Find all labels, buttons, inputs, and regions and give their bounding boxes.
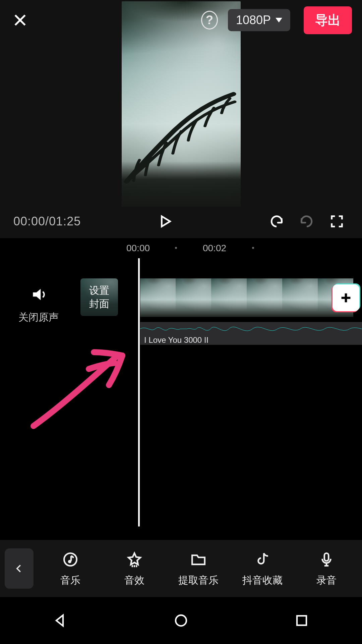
audio-track[interactable]: I Love You 3000 II <box>140 322 362 345</box>
set-cover-button[interactable]: 设置 封面 <box>80 278 118 316</box>
tool-extract-music[interactable]: 提取音乐 <box>173 550 224 587</box>
tool-douyin-favorites[interactable]: 抖音收藏 <box>237 550 288 587</box>
tool-music[interactable]: 音乐 <box>45 550 96 587</box>
mute-label: 关闭原声 <box>0 311 77 324</box>
svg-rect-2 <box>324 553 329 561</box>
mute-original-audio[interactable]: 关闭原声 <box>0 285 77 324</box>
video-thumbnail <box>211 278 247 317</box>
playhead[interactable] <box>138 258 140 527</box>
tool-label: 抖音收藏 <box>242 574 283 587</box>
triangle-back-icon <box>52 612 68 629</box>
video-thumbnail <box>140 278 176 317</box>
audio-waveform <box>140 322 362 335</box>
video-track[interactable] <box>140 278 362 317</box>
circle-home-icon <box>173 612 189 629</box>
redo-button <box>295 210 318 233</box>
resolution-label: 1080P <box>236 13 271 27</box>
play-icon <box>157 214 173 229</box>
toolbar-back-button[interactable] <box>5 548 34 589</box>
douyin-icon <box>253 550 272 569</box>
ruler-tick: 00:00 <box>126 243 150 254</box>
timeline[interactable]: 关闭原声 设置 封面 <box>0 258 362 540</box>
redo-icon <box>299 214 314 229</box>
svg-point-3 <box>176 615 186 626</box>
svg-point-1 <box>68 560 71 563</box>
mic-icon <box>317 550 336 569</box>
fullscreen-icon <box>329 214 345 229</box>
top-bar: ? 1080P 导出 <box>0 0 362 40</box>
help-icon: ? <box>201 11 218 30</box>
close-button[interactable] <box>10 10 30 30</box>
tool-label: 录音 <box>316 574 337 587</box>
undo-button[interactable] <box>265 210 288 233</box>
music-note-icon <box>61 550 80 569</box>
audio-clip-title: I Love You 3000 II <box>140 335 362 345</box>
tool-record[interactable]: 录音 <box>301 550 352 587</box>
android-nav-bar <box>0 597 362 644</box>
ruler-tick: 00:02 <box>203 243 226 254</box>
annotation-arrow <box>27 339 137 433</box>
audio-toolbar: 音乐 音效 提取音乐 抖音收藏 <box>0 540 362 597</box>
star-fx-icon <box>125 550 144 569</box>
close-icon <box>13 13 27 28</box>
folder-icon <box>189 550 208 569</box>
speaker-icon <box>29 285 48 304</box>
add-clip-button[interactable] <box>333 284 359 311</box>
play-button[interactable] <box>153 210 177 233</box>
video-thumbnail <box>176 278 211 317</box>
square-recents-icon <box>294 612 310 629</box>
nav-home[interactable] <box>161 609 201 632</box>
resolution-dropdown[interactable]: 1080P <box>228 9 290 31</box>
tool-label: 音效 <box>124 574 144 587</box>
undo-icon <box>269 214 284 229</box>
export-button[interactable]: 导出 <box>304 6 352 34</box>
chevron-down-icon <box>276 18 282 22</box>
timeline-ruler[interactable]: 00:00 00:02 <box>0 238 362 258</box>
video-thumbnail <box>282 278 318 317</box>
chevron-left-icon <box>14 562 24 575</box>
video-thumbnail <box>247 278 282 317</box>
nav-back[interactable] <box>40 609 80 632</box>
svg-rect-4 <box>297 616 306 625</box>
ruler-dot <box>252 247 254 249</box>
help-button[interactable]: ? <box>201 10 221 30</box>
fullscreen-button[interactable] <box>325 210 349 233</box>
nav-recents[interactable] <box>282 609 322 632</box>
ruler-dot <box>175 247 177 249</box>
timecode: 00:00/01:25 <box>13 214 81 228</box>
plus-icon <box>339 291 353 305</box>
tool-sound-effect[interactable]: 音效 <box>109 550 160 587</box>
tool-label: 音乐 <box>60 574 80 587</box>
tool-label: 提取音乐 <box>178 574 219 587</box>
transport-bar: 00:00/01:25 <box>0 205 362 238</box>
